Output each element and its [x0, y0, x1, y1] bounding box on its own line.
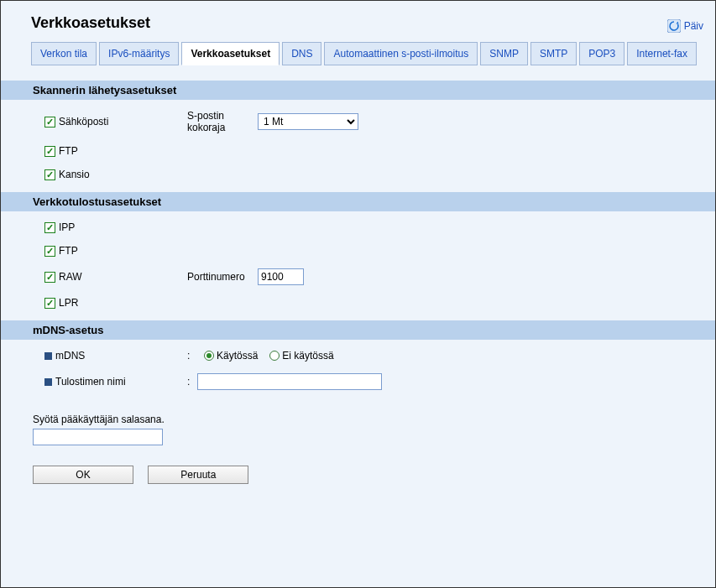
header: Verkkoasetukset Päiv	[1, 1, 715, 42]
cancel-button[interactable]: Peruuta	[148, 466, 248, 484]
section-scanner-title: Skannerin lähetysasetukset	[1, 81, 715, 100]
section-netprint-title: Verkkotulostusasetukset	[1, 192, 715, 211]
size-limit-label: S-postin kokoraja	[187, 110, 258, 133]
netprint-ftp-label: FTP	[59, 245, 78, 257]
refresh-label: Päiv	[684, 20, 703, 32]
mdns-off-label: Ei käytössä	[282, 350, 333, 362]
printer-name-input[interactable]	[197, 373, 382, 390]
page-title: Verkkoasetukset	[31, 9, 150, 42]
tab-sposti-ilmoitus[interactable]: Automaattinen s-posti-ilmoitus	[324, 42, 478, 65]
ipp-label: IPP	[59, 221, 75, 233]
email-label: Sähköposti	[59, 116, 108, 127]
tab-dns[interactable]: DNS	[282, 42, 321, 65]
window: Verkkoasetukset Päiv Verkon tila IPv6-mä…	[0, 0, 716, 588]
port-label: Porttinumero	[187, 271, 258, 283]
admin-password-input[interactable]	[33, 429, 163, 445]
mdns-label: mDNS	[55, 350, 85, 362]
tab-pop3[interactable]: POP3	[579, 42, 625, 65]
printer-name-marker-icon	[44, 378, 52, 386]
tab-ipv6[interactable]: IPv6-määritys	[99, 42, 179, 65]
tab-smtp[interactable]: SMTP	[530, 42, 577, 65]
mdns-marker-icon	[44, 352, 52, 360]
scanner-ftp-label: FTP	[59, 145, 78, 157]
printer-name-label: Tulostimen nimi	[55, 376, 126, 388]
tab-verkon-tila[interactable]: Verkon tila	[31, 42, 97, 65]
mdns-on-label: Käytössä	[217, 350, 258, 362]
mdns-off-radio[interactable]	[269, 351, 280, 361]
scanner-ftp-checkbox[interactable]: ✓	[44, 146, 55, 157]
folder-label: Kansio	[59, 169, 90, 180]
mdns-colon: :	[187, 350, 197, 362]
raw-label: RAW	[59, 271, 82, 283]
ok-button[interactable]: OK	[33, 466, 133, 484]
section-scanner: ✓ Sähköposti S-postin kokoraja 1 Mt ✓ FT…	[1, 100, 715, 192]
folder-checkbox[interactable]: ✓	[44, 169, 55, 180]
refresh-button[interactable]: Päiv	[667, 19, 703, 33]
tabs: Verkon tila IPv6-määritys Verkkoasetukse…	[1, 42, 715, 65]
section-netprint: ✓ IPP ✓ FTP ✓ RAW Porttinumero ✓ LPR	[1, 211, 715, 320]
section-mdns-title: mDNS-asetus	[1, 320, 715, 340]
lpr-checkbox[interactable]: ✓	[44, 298, 55, 309]
ipp-checkbox[interactable]: ✓	[44, 222, 55, 233]
size-limit-select[interactable]: 1 Mt	[258, 113, 358, 130]
section-mdns: mDNS : Käytössä Ei käytössä Tulostimen n…	[1, 340, 715, 402]
raw-checkbox[interactable]: ✓	[44, 272, 55, 283]
tab-verkkoasetukset[interactable]: Verkkoasetukset	[181, 42, 280, 65]
password-prompt: Syötä pääkäyttäjän salasana.	[33, 414, 715, 425]
tab-internet-fax[interactable]: Internet-fax	[627, 42, 697, 65]
printer-name-colon: :	[187, 376, 197, 388]
lpr-label: LPR	[59, 297, 78, 309]
mdns-on-radio[interactable]	[204, 351, 214, 361]
port-input[interactable]	[258, 268, 304, 285]
refresh-icon	[667, 19, 681, 33]
netprint-ftp-checkbox[interactable]: ✓	[44, 246, 55, 257]
tab-snmp[interactable]: SNMP	[480, 42, 528, 65]
footer: Syötä pääkäyttäjän salasana. OK Peruuta	[1, 402, 715, 496]
email-checkbox[interactable]: ✓	[44, 117, 55, 127]
